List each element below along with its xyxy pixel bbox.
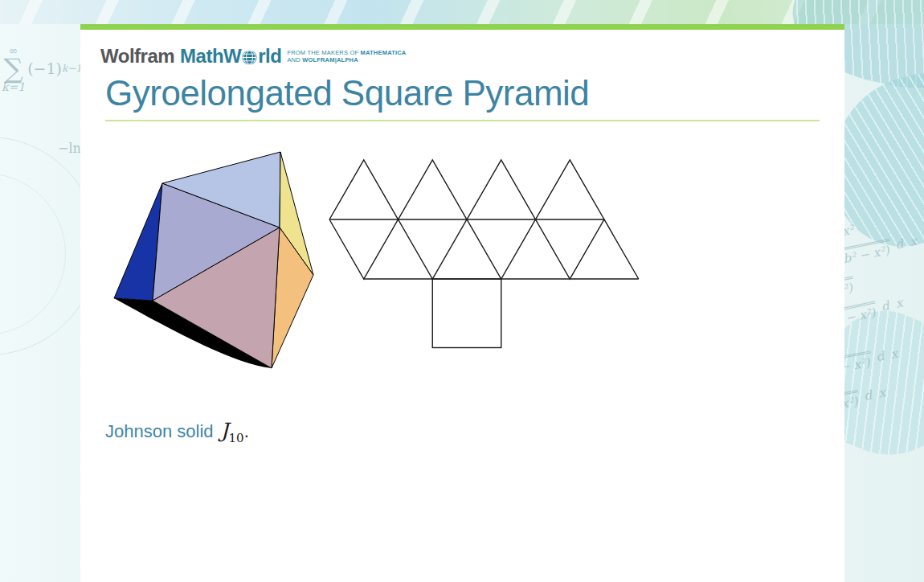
summation-symbol: ∞ ∑ k=1 [2,45,25,92]
background-sum-formula: ∞ ∑ k=1 (−1)k−1 [2,45,82,92]
page-title: Gyroelongated Square Pyramid [105,73,589,113]
logo-mathworld-text: MathWrld [180,45,281,68]
background-ln-fragment: −ln [58,141,81,156]
polyhedron-figure [108,145,321,378]
caption-period: . [244,421,249,442]
logo-tagline: FROM THE MAKERS OF MATHEMATICA AND WOLFR… [287,49,406,64]
accent-green-bar [80,24,844,30]
figure-caption: Johnson solid J10 . [105,419,249,445]
math-j10: J10 [221,419,244,445]
title-underline [105,120,820,121]
net-bottom-zigzag [329,219,639,279]
content-panel: Wolfram MathWrld FROM THE MAKERS OF MATH… [80,24,844,582]
net-top-zigzag [329,160,604,219]
net-square-face [432,279,501,348]
mathworld-logo[interactable]: Wolfram MathWrld FROM THE MAKERS OF MATH… [100,45,407,68]
globe-icon [242,50,257,65]
net-figure [325,157,643,354]
johnson-solid-link[interactable]: Johnson solid [105,421,214,442]
logo-wolfram-text: Wolfram [100,45,174,68]
background-formula-fragment: (b² − x²)d x [835,237,920,268]
top-gradient-band [0,0,924,24]
